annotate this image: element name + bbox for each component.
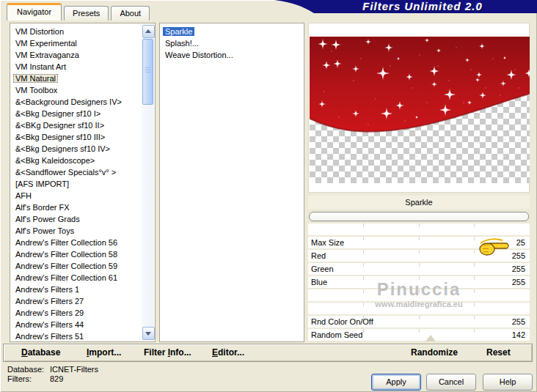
- slider-value: 255: [512, 276, 525, 288]
- category-list-item[interactable]: Andrew's Filters 29: [10, 307, 155, 319]
- category-list-item[interactable]: Alf's Power Toys: [10, 225, 155, 237]
- status-area: Database:ICNET-Filters Filters:829: [7, 365, 98, 384]
- slider-label: [308, 225, 311, 234]
- database-status-label: Database:: [7, 365, 50, 374]
- category-list-item[interactable]: VM Extravaganza: [10, 49, 155, 61]
- sparkle-layer: [310, 37, 530, 183]
- category-listbox[interactable]: VM DistortionVM ExperimentalVM Extravaga…: [10, 23, 156, 342]
- category-list-item[interactable]: VM Experimental: [10, 37, 155, 49]
- category-list-item[interactable]: &<Background Designers IV>: [10, 96, 155, 108]
- category-list-item[interactable]: &<Bkg Designer sf10 I>: [10, 108, 155, 119]
- parameter-slider[interactable]: [308, 303, 530, 314]
- slider-thumb-icon[interactable]: [425, 335, 436, 341]
- slider-label: Red: [308, 251, 326, 260]
- slider-label: [308, 291, 311, 300]
- preview-image: [310, 37, 530, 183]
- slider-value: 255: [512, 250, 525, 262]
- slider-label: Max Size: [308, 238, 344, 247]
- scroll-down-icon[interactable]: [142, 327, 155, 340]
- category-list-item[interactable]: VM Instant Art: [10, 61, 155, 73]
- filter-list-item[interactable]: Splash!...: [160, 37, 304, 49]
- slider-value: 255: [512, 263, 525, 275]
- parameter-slider[interactable]: Green 255: [308, 263, 530, 275]
- scroll-up-icon[interactable]: [142, 25, 155, 38]
- filters-count-label: Filters:: [7, 374, 50, 384]
- category-list-item[interactable]: Andrew's Filter Collection 58: [10, 248, 155, 260]
- slider-label: Rnd Color On/Off: [308, 317, 373, 326]
- slider-value: 142: [512, 329, 525, 341]
- import-button[interactable]: Import...: [87, 344, 121, 361]
- category-list-item[interactable]: AFH: [10, 190, 155, 201]
- slider-label: Random Seed: [308, 330, 362, 339]
- database-button[interactable]: Database: [21, 344, 60, 361]
- category-list-item[interactable]: Andrew's Filters 44: [10, 319, 155, 330]
- parameter-slider[interactable]: Random Seed 142: [308, 329, 530, 341]
- tab[interactable]: Navigator: [7, 3, 62, 21]
- category-list-item[interactable]: VM Natural: [10, 73, 155, 84]
- parameter-slider[interactable]: Blue 255: [308, 276, 530, 288]
- slider-label: Green: [308, 265, 334, 273]
- category-scrollbar[interactable]: [142, 24, 154, 341]
- parameter-slider[interactable]: [308, 223, 530, 235]
- filter-info-button[interactable]: Filter Info...: [144, 344, 191, 361]
- slider-label: [308, 304, 311, 313]
- filter-list-item[interactable]: Sparkle: [160, 26, 304, 37]
- category-list-item[interactable]: Andrew's Filters 51: [10, 330, 155, 342]
- slider-label: Blue: [308, 278, 327, 286]
- parameter-slider[interactable]: Rnd Color On/Off 255: [308, 316, 530, 328]
- category-list-item[interactable]: &<BKg Designer sf10 II>: [10, 119, 155, 131]
- slider-value: 25: [516, 237, 525, 248]
- category-list-item[interactable]: Alf's Power Grads: [10, 213, 155, 225]
- parameter-sliders: Max Size 25 Red 255 Green 255 Blue 255: [308, 223, 530, 342]
- parameter-slider[interactable]: Max Size 25: [308, 237, 530, 248]
- category-list-item[interactable]: Andrew's Filters 1: [10, 284, 155, 295]
- category-list-item[interactable]: Andrew's Filter Collection 59: [10, 260, 155, 272]
- category-list-item[interactable]: &<Bkg Designers sf10 IV>: [10, 143, 155, 155]
- randomize-button[interactable]: Randomize: [411, 344, 458, 361]
- filter-items: SparkleSplash!...Weave Distortion...: [160, 23, 304, 61]
- toolbar: Database Import... Filter Info... Editor…: [3, 344, 533, 362]
- category-list-item[interactable]: Andrew's Filter Collection 56: [10, 237, 155, 248]
- filters-count-value: 829: [50, 374, 63, 384]
- category-list-item[interactable]: Alf's Border FX: [10, 201, 155, 213]
- selected-filter-caption: Sparkle: [308, 196, 530, 209]
- category-list-item[interactable]: [AFS IMPORT]: [10, 178, 155, 190]
- cancel-button[interactable]: Cancel: [426, 374, 476, 391]
- editor-button[interactable]: Editor...: [212, 344, 244, 361]
- category-list-item[interactable]: Andrew's Filters 27: [10, 295, 155, 307]
- category-list-item[interactable]: &<Bkg Kaleidoscope>: [10, 155, 155, 166]
- category-list-item[interactable]: Andrew's Filter Collection 61: [10, 272, 155, 284]
- slider-value: 255: [512, 316, 525, 328]
- preview-panel: Sparkle Max Size 25 Red 255 Green 255 Bl…: [308, 23, 531, 341]
- reset-button[interactable]: Reset: [486, 344, 511, 361]
- preview-box: [308, 23, 530, 193]
- category-list-item[interactable]: &<Sandflower Specials°v° >: [10, 166, 155, 178]
- filter-listbox[interactable]: SparkleSplash!...Weave Distortion...: [159, 23, 304, 342]
- apply-button[interactable]: Apply: [371, 374, 421, 391]
- tab[interactable]: Presets: [64, 6, 109, 21]
- parameter-slider[interactable]: Red 255: [308, 250, 530, 262]
- app-title: Filters Unlimited 2.0: [315, 0, 530, 13]
- category-items: VM DistortionVM ExperimentalVM Extravaga…: [10, 23, 155, 342]
- filter-list-item[interactable]: Weave Distortion...: [160, 49, 304, 61]
- database-status-value: ICNET-Filters: [50, 365, 98, 374]
- filters-unlimited-dialog: Filters Unlimited 2.0 NavigatorPresetsAb…: [0, 0, 537, 392]
- tab-bar: NavigatorPresetsAbout: [7, 3, 150, 21]
- category-list-item[interactable]: &<Bkg Designer sf10 III>: [10, 131, 155, 143]
- scrollbar-thumb[interactable]: [142, 39, 153, 105]
- parameter-slider[interactable]: [308, 289, 530, 301]
- progress-bar: [309, 212, 529, 221]
- tab[interactable]: About: [111, 6, 150, 21]
- category-list-item[interactable]: VM Distortion: [10, 26, 155, 37]
- category-list-item[interactable]: VM Toolbox: [10, 84, 155, 96]
- help-button[interactable]: Help: [483, 374, 533, 391]
